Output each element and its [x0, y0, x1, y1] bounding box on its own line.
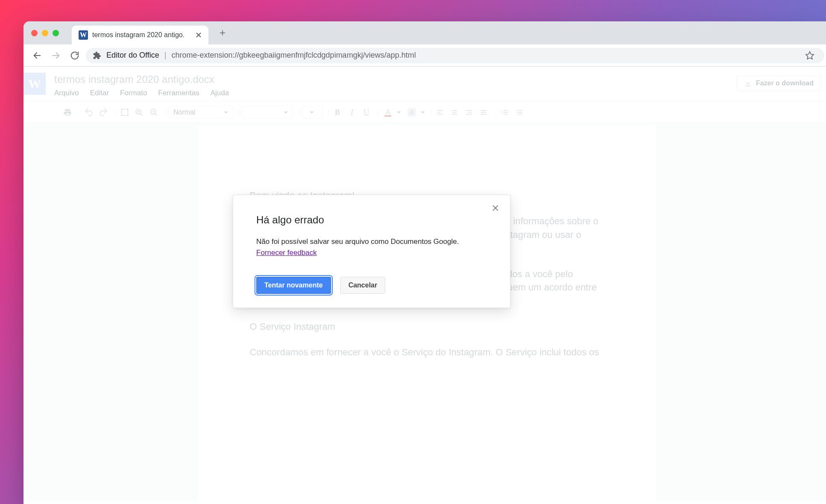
chevron-down-icon	[224, 111, 228, 114]
menu-ferramentas[interactable]: Ferramentas	[158, 89, 199, 97]
svg-line-11	[155, 114, 157, 116]
tabstrip: W termos instagram 2020 antigo.	[23, 21, 826, 44]
dialog-actions: Tentar novamente Cancelar	[256, 277, 487, 294]
menu-arquivo[interactable]: Arquivo	[54, 89, 79, 97]
menu-formato[interactable]: Formato	[120, 89, 147, 97]
forward-button[interactable]	[48, 48, 64, 63]
office-editor-app: W termos instagram 2020 antigo.docx Arqu…	[23, 67, 826, 504]
address-separator: |	[164, 51, 167, 60]
svg-marker-4	[806, 51, 814, 59]
document-page[interactable]: Bem-vindo ao Instagram! Estes Termos de …	[199, 125, 656, 501]
doc-section-title: O Serviço Instagram	[250, 320, 604, 334]
menu-ajuda[interactable]: Ajuda	[211, 89, 229, 97]
svg-point-34	[516, 110, 517, 111]
dialog-close-button[interactable]	[491, 204, 501, 213]
paragraph-style-dropdown[interactable]: Normal	[169, 106, 233, 119]
align-justify-button[interactable]	[477, 106, 490, 119]
window-minimize-button[interactable]	[42, 30, 48, 36]
address-url: chrome-extension://gbkeegbaiigmenfmjfclc…	[171, 51, 416, 60]
reload-button[interactable]	[67, 48, 82, 63]
numbered-list-button[interactable]: 123	[498, 106, 511, 119]
underline-button[interactable]: U	[360, 106, 373, 119]
traffic-lights	[31, 30, 59, 36]
app-header: W termos instagram 2020 antigo.docx Arqu…	[23, 67, 826, 102]
menu-bar: Arquivo Editar Formato Ferramentas Ajuda	[54, 87, 728, 102]
window-close-button[interactable]	[31, 30, 38, 36]
download-icon	[744, 79, 752, 87]
cancel-button[interactable]: Cancelar	[340, 277, 386, 294]
doc-para: Concordamos em fornecer a você o Serviço…	[250, 346, 604, 359]
retry-button[interactable]: Tentar novamente	[256, 277, 331, 294]
italic-button[interactable]: I	[346, 106, 358, 119]
print-button[interactable]	[61, 106, 74, 119]
svg-line-7	[141, 114, 143, 116]
new-tab-button[interactable]	[215, 26, 230, 40]
extension-icon	[93, 51, 101, 60]
tab-title: termos instagram 2020 antigo.	[92, 31, 185, 39]
app-logo[interactable]: W	[23, 73, 46, 95]
svg-point-36	[516, 114, 517, 114]
font-size-dropdown[interactable]	[301, 106, 322, 119]
redo-button[interactable]	[97, 106, 110, 119]
feedback-link[interactable]: Fornecer feedback	[256, 249, 317, 257]
address-prefix: Editor do Office	[106, 51, 159, 60]
chevron-down-icon[interactable]	[397, 111, 401, 114]
window-zoom-button[interactable]	[53, 30, 59, 36]
download-button[interactable]: Fazer o download	[737, 75, 821, 91]
bookmark-star-icon[interactable]	[802, 48, 817, 63]
address-bar[interactable]: Editor do Office | chrome-extension://gb…	[86, 48, 824, 63]
document-canvas: Bem-vindo ao Instagram! Estes Termos de …	[23, 123, 826, 501]
error-dialog: Há algo errado Não foi possível salvar s…	[233, 195, 510, 308]
bold-button[interactable]: B	[331, 106, 344, 119]
font-family-dropdown[interactable]	[241, 106, 293, 119]
font-color-button[interactable]: A	[381, 106, 394, 119]
tab-close-icon[interactable]	[196, 32, 202, 38]
chevron-down-icon	[284, 111, 288, 114]
browser-tab[interactable]: W termos instagram 2020 antigo.	[72, 26, 208, 44]
svg-rect-5	[122, 109, 128, 116]
undo-button[interactable]	[82, 106, 95, 119]
zoom-in-button[interactable]	[133, 106, 146, 119]
browser-window: W termos instagram 2020 antigo. Editor d…	[23, 21, 826, 504]
zoom-out-button[interactable]	[147, 106, 160, 119]
highlight-color-button[interactable]: A	[405, 106, 418, 119]
fit-button[interactable]	[118, 106, 131, 119]
chevron-down-icon	[310, 111, 314, 114]
toolbar: Normal B I U A A	[23, 102, 826, 123]
bulleted-list-button[interactable]	[513, 106, 526, 119]
back-button[interactable]	[29, 48, 45, 63]
dialog-title: Há algo errado	[256, 214, 487, 226]
align-left-button[interactable]	[434, 106, 446, 119]
svg-text:3: 3	[502, 113, 503, 115]
document-title[interactable]: termos instagram 2020 antigo.docx	[54, 73, 728, 85]
address-row: Editor do Office | chrome-extension://gb…	[23, 44, 826, 67]
svg-point-35	[516, 112, 517, 113]
dialog-message: Não foi possível salvar seu arquivo como…	[256, 237, 459, 246]
dialog-body: Não foi possível salvar seu arquivo como…	[256, 236, 487, 258]
chevron-down-icon[interactable]	[421, 111, 425, 114]
menu-editar[interactable]: Editar	[90, 89, 109, 97]
paragraph-style-label: Normal	[173, 108, 196, 116]
download-label: Fazer o download	[756, 79, 814, 87]
align-right-button[interactable]	[463, 106, 475, 119]
align-center-button[interactable]	[448, 106, 461, 119]
tab-favicon: W	[79, 30, 88, 40]
